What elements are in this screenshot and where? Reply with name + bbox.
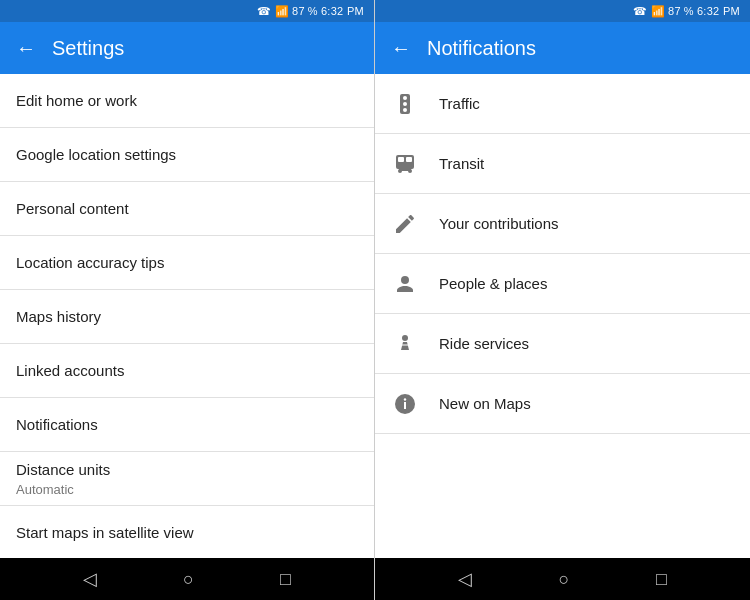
settings-item-text: Notifications: [16, 415, 358, 435]
transit-icon: [391, 150, 419, 178]
svg-rect-9: [399, 169, 411, 171]
left-back-button[interactable]: ←: [16, 37, 36, 60]
svg-point-2: [403, 102, 407, 106]
left-status-bar: ☎ 📶 87% 6:32 PM: [0, 0, 374, 22]
right-app-bar: ← Notifications: [375, 22, 750, 74]
traffic-icon: [391, 90, 419, 118]
settings-item-personal-content[interactable]: Personal content: [0, 182, 374, 236]
settings-item-text: Location accuracy tips: [16, 253, 358, 273]
settings-item-text: Start maps in satellite view: [16, 523, 358, 543]
left-sim-icon: ☎: [257, 5, 271, 18]
settings-panel: ☎ 📶 87% 6:32 PM ← Settings Edit home or …: [0, 0, 375, 600]
notification-item-ride[interactable]: Ride services: [375, 314, 750, 374]
notification-label-people: People & places: [439, 275, 547, 292]
left-battery: 87: [292, 5, 305, 17]
settings-list: Edit home or work Google location settin…: [0, 74, 374, 558]
left-wifi-icon: 📶: [275, 5, 289, 18]
settings-item-distance-units[interactable]: Distance units Automatic: [0, 452, 374, 506]
right-battery: 87: [668, 5, 681, 17]
settings-item-subtext: Automatic: [16, 482, 358, 497]
notification-item-transit[interactable]: Transit: [375, 134, 750, 194]
right-wifi-icon: 📶: [651, 5, 665, 18]
right-nav-recent[interactable]: □: [656, 569, 667, 590]
right-back-button[interactable]: ←: [391, 37, 411, 60]
svg-point-14: [404, 398, 406, 400]
right-app-title: Notifications: [427, 37, 536, 60]
notification-item-new-on-maps[interactable]: New on Maps: [375, 374, 750, 434]
svg-rect-5: [398, 157, 404, 162]
notification-label-new-on-maps: New on Maps: [439, 395, 531, 412]
settings-item-linked-accounts[interactable]: Linked accounts: [0, 344, 374, 398]
svg-point-11: [402, 335, 408, 341]
notification-item-people[interactable]: People & places: [375, 254, 750, 314]
left-nav-recent[interactable]: □: [280, 569, 291, 590]
notifications-list: Traffic Transit: [375, 74, 750, 558]
notification-label-contributions: Your contributions: [439, 215, 559, 232]
notification-label-transit: Transit: [439, 155, 484, 172]
settings-item-text: Edit home or work: [16, 91, 358, 111]
right-nav-home[interactable]: ○: [559, 569, 570, 590]
right-nav-bar: ◁ ○ □: [375, 558, 750, 600]
svg-rect-13: [404, 402, 406, 409]
settings-item-location-accuracy[interactable]: Location accuracy tips: [0, 236, 374, 290]
notification-label-ride: Ride services: [439, 335, 529, 352]
settings-item-google-location[interactable]: Google location settings: [0, 128, 374, 182]
notification-item-traffic[interactable]: Traffic: [375, 74, 750, 134]
notifications-panel: ☎ 📶 87% 6:32 PM ← Notifications Traffic: [375, 0, 750, 600]
contributions-icon: [391, 210, 419, 238]
settings-item-satellite[interactable]: Start maps in satellite view: [0, 506, 374, 558]
settings-item-text: Personal content: [16, 199, 358, 219]
svg-point-3: [403, 108, 407, 112]
settings-item-notifications[interactable]: Notifications: [0, 398, 374, 452]
notification-item-contributions[interactable]: Your contributions: [375, 194, 750, 254]
settings-item-text: Maps history: [16, 307, 358, 327]
left-app-title: Settings: [52, 37, 124, 60]
settings-item-text: Linked accounts: [16, 361, 358, 381]
info-icon: [391, 390, 419, 418]
settings-item-text: Distance units: [16, 460, 358, 480]
svg-point-1: [403, 96, 407, 100]
right-nav-back[interactable]: ◁: [458, 568, 472, 590]
settings-item-maps-history[interactable]: Maps history: [0, 290, 374, 344]
right-status-bar: ☎ 📶 87% 6:32 PM: [375, 0, 750, 22]
settings-item-edit-home[interactable]: Edit home or work: [0, 74, 374, 128]
right-status-icons: ☎ 📶 87% 6:32 PM: [633, 5, 740, 18]
people-icon: [391, 270, 419, 298]
right-sim-icon: ☎: [633, 5, 647, 18]
left-nav-home[interactable]: ○: [183, 569, 194, 590]
ride-icon: [391, 330, 419, 358]
settings-item-text: Google location settings: [16, 145, 358, 165]
svg-rect-6: [406, 157, 412, 162]
left-nav-back[interactable]: ◁: [83, 568, 97, 590]
right-time: 6:32 PM: [697, 5, 740, 17]
left-nav-bar: ◁ ○ □: [0, 558, 374, 600]
left-status-icons: ☎ 📶 87% 6:32 PM: [257, 5, 364, 18]
left-time: 6:32 PM: [321, 5, 364, 17]
left-app-bar: ← Settings: [0, 22, 374, 74]
notification-label-traffic: Traffic: [439, 95, 480, 112]
svg-point-10: [401, 276, 409, 284]
